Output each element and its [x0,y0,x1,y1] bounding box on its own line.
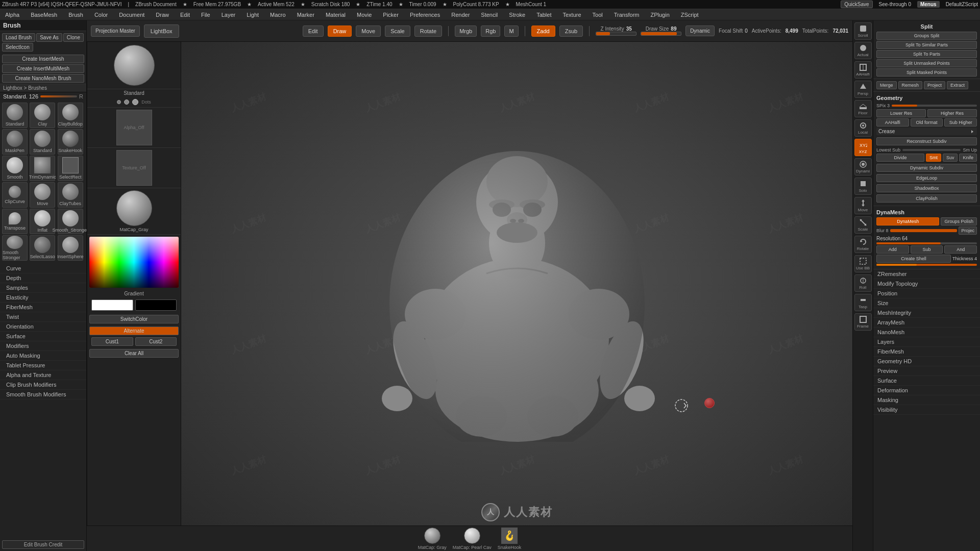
scale-btn[interactable]: Scale [385,26,410,37]
menu-render[interactable]: Render [448,12,473,18]
brush-clipcurve[interactable]: ClipCurve [2,182,28,208]
create-insert-multi-mesh-btn[interactable]: Create InsertMultiMesh [2,64,84,73]
dot1[interactable] [117,100,121,104]
icon-dynamic[interactable]: Dynami [854,158,872,176]
create-nanomesh-brush-btn[interactable]: Create NanoMesh Brush [2,74,84,83]
switch-color-btn[interactable]: SwitchColor [89,315,179,323]
zremesher-item[interactable]: ZRemesher [873,269,980,279]
brush-snakehook[interactable]: SnakeHook [58,129,83,155]
brush-smooth-stronger[interactable]: Smooth_Stronger [58,209,83,234]
projec-btn[interactable]: Projec [959,227,977,235]
brush-smooth[interactable]: Smooth [2,156,28,181]
draw-size-slider[interactable] [641,32,681,36]
menu-curve[interactable]: Curve [0,264,86,273]
menu-zscript[interactable]: ZScript [678,12,702,18]
select-icon-btn[interactable]: SelectIcon [2,43,33,52]
menu-preferences[interactable]: Preferences [407,12,443,18]
create-insert-mesh-btn[interactable]: Create InsertMesh [2,55,84,63]
menu-texture[interactable]: Texture [559,12,584,18]
brush-standard2[interactable]: Standard [30,129,55,155]
lower-res-btn[interactable]: Lower Res [876,109,926,117]
position-item[interactable]: Position [873,289,980,298]
nano-mesh-item[interactable]: NanoMesh [873,328,980,337]
project-btn[interactable]: Project [924,81,945,89]
default-zscript[interactable]: DefaultZScript [946,2,978,7]
reconstruct-subdiv-btn[interactable]: Reconstruct Subdiv [876,137,977,145]
icon-move[interactable]: Move [854,197,872,214]
smt-btn[interactable]: Smt [926,154,941,162]
matcap-preview-gray[interactable]: MatCap: Gray [418,528,447,550]
icon-use-bb[interactable]: Use BB [854,255,872,272]
menu-stencil[interactable]: Stencil [478,12,501,18]
create-shell-btn[interactable]: Create Shell [876,255,951,263]
swatch-black[interactable] [135,299,177,311]
split-parts-btn[interactable]: Split To Parts [876,50,977,58]
texture-off-btn[interactable]: Texture_Off [116,150,152,186]
brush-transpose[interactable]: Transpose [2,209,28,234]
alternate-btn[interactable]: Alternate [89,327,179,335]
brush-selectlasso[interactable]: SelectLasso [30,235,55,261]
old-format-btn[interactable]: Old format [911,118,943,127]
icon-xyz[interactable]: XYZ XYZ [854,139,872,156]
zadd-btn[interactable]: Zadd [531,26,555,37]
menu-fibermesh[interactable]: FiberMesh [0,303,86,312]
menu-layer[interactable]: Layer [218,12,239,18]
menu-color[interactable]: Color [91,12,111,18]
groups-split-btn[interactable]: Groups Split [876,32,977,40]
menu-alpha-texture[interactable]: Alpha and Texture [0,370,86,380]
menu-zplugin[interactable]: ZPlugin [647,12,672,18]
menu-material[interactable]: Material [323,12,349,18]
visibility-item[interactable]: Visibility [873,405,980,415]
load-brush-btn[interactable]: Load Brush [2,33,35,42]
menu-tablet[interactable]: Tablet [533,12,554,18]
layers-item[interactable]: Layers [873,337,980,347]
add-btn[interactable]: Add [876,245,909,254]
menus-btn[interactable]: Menus [917,1,940,8]
sub-btn[interactable]: Sub [911,245,943,254]
menu-marker[interactable]: Marker [294,12,317,18]
brush-move[interactable]: Move [30,182,55,208]
menu-clip-brush[interactable]: Clip Brush Modifiers [0,380,86,390]
edgeloop-btn[interactable]: EdgeLoop [876,174,977,182]
save-as-btn[interactable]: Save As [36,33,62,42]
icon-solo[interactable]: Solo [854,178,872,195]
color-wheel[interactable] [89,237,179,288]
brush-maskpen[interactable]: MaskPen [2,129,28,155]
brush-claytubes[interactable]: ClayTubes [58,182,83,208]
groups-polish-btn[interactable]: Groups Polish [941,217,977,226]
brush-smooth-stronger2[interactable]: Smooth Stronger [2,235,28,261]
menu-tablet-pressure[interactable]: Tablet Pressure [0,361,86,370]
alpha-off-btn[interactable]: Alpha_Off [116,110,152,145]
brush-claybulldop[interactable]: ClayBulldop [58,103,83,128]
quicksave-btn[interactable]: QuickSave [841,1,872,8]
menu-transform[interactable]: Transform [611,12,643,18]
matcap-gray-btn[interactable]: MatCap_Gray [116,190,152,232]
modify-topology-item[interactable]: Modify Topology [873,279,980,289]
thickness-slider[interactable] [876,264,977,266]
menu-light[interactable]: Light [243,12,262,18]
edit-brush-credit-btn[interactable]: Edit Brush Credit [2,540,84,549]
icon-scale[interactable]: Scale [854,216,872,234]
rgb-btn[interactable]: Rgb [481,26,500,37]
surface-item[interactable]: Surface [873,376,980,386]
lightbox-btn[interactable]: LightBox [144,24,179,38]
knife-btn[interactable]: Knife [959,154,977,162]
menu-stroke[interactable]: Stroke [506,12,528,18]
menu-movie[interactable]: Movie [354,12,375,18]
menu-brush[interactable]: Brush [65,12,86,18]
menu-alpha[interactable]: Alpha [2,12,22,18]
brush-clay[interactable]: Clay [30,103,55,128]
dynamic-btn[interactable]: Dynamic [685,26,715,36]
dynamesh-btn[interactable]: DynaMesh [876,217,939,226]
icon-frame[interactable]: Frame [854,313,872,331]
fiber-mesh-item[interactable]: FiberMesh [873,347,980,357]
z-intensity-slider[interactable] [596,32,636,36]
menu-basemesh[interactable]: BaseMesh [28,12,60,18]
icon-persp[interactable]: Persp [854,81,872,98]
higher-res-btn[interactable]: Higher Res [927,109,977,117]
geometry-hd-item[interactable]: Geometry HD [873,357,980,366]
preview-item[interactable]: Preview [873,366,980,376]
brush-standard[interactable]: Standard [2,103,28,128]
icon-tasp[interactable]: Tasp [854,294,872,311]
brush-insertsphere[interactable]: InsertSphere [58,235,83,261]
